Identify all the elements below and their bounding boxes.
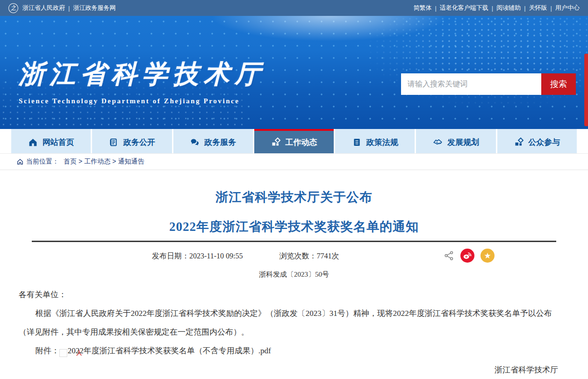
nav-item-label: 政务服务 — [204, 137, 236, 148]
views-label: 浏览次数： — [280, 252, 317, 260]
shapes-icon — [271, 137, 280, 147]
nav-item-label: 网站首页 — [43, 137, 74, 148]
site-title: 浙江省科学技术厅 — [19, 57, 265, 92]
nav-item-网站首页[interactable]: 网站首页 — [11, 129, 91, 153]
edge-floating-widget[interactable] — [584, 54, 588, 126]
news-icon — [109, 137, 119, 147]
attachment-label: 附件： — [36, 346, 59, 355]
salutation: 各有关单位： — [19, 286, 557, 304]
topbar-link[interactable]: 简繁体 — [413, 4, 431, 12]
doc-icon — [352, 137, 362, 147]
home-icon — [17, 158, 23, 165]
topbar-link[interactable]: 用户中心 — [555, 4, 580, 12]
signature-block: 浙江省科学技术厅 2023年11月8日 — [0, 362, 558, 379]
article-paragraph: 根据《浙江省人民政府关于2022年度浙江省科学技术奖励的决定》（浙政发〔2023… — [19, 304, 557, 342]
share-bar: ★ — [444, 249, 495, 263]
pdf-icon: 人 — [59, 349, 67, 357]
shapes-icon — [514, 137, 523, 147]
topbar-right-links: 简繁体|适老化客户端下载|阅读辅助|关怀版|用户中心 — [413, 4, 580, 12]
article-body: 各有关单位： 根据《浙江省人民政府关于2022年度浙江省科学技术奖励的决定》（浙… — [19, 286, 557, 360]
nav-item-发展规划[interactable]: 发展规划 — [416, 129, 495, 153]
views-value: 7741次 — [317, 252, 339, 260]
breadcrumb-items: 首页>工作动态>通知通告 — [64, 157, 144, 166]
nav-item-政务服务[interactable]: 政务服务 — [173, 129, 253, 153]
article-meta: 发布日期：2023-11-10 09:55浏览次数：7741次 ★ — [0, 247, 588, 267]
topbar-link[interactable]: 浙江政务服务网 — [73, 4, 115, 12]
separator: | — [551, 5, 552, 12]
breadcrumb-prefix: 当前位置： — [26, 157, 59, 166]
document-number: 浙科发成〔2023〕50号 — [0, 270, 588, 279]
government-logo-icon: 之 — [8, 2, 19, 14]
attachment-line: 附件：人2022年度浙江省科学技术奖获奖名单（不含专用成果）.pdf — [19, 342, 557, 360]
breadcrumb-item[interactable]: 通知通告 — [118, 157, 144, 165]
topbar-left-links: 浙江省人民政府|浙江政务服务网 — [22, 4, 115, 12]
chat-icon — [190, 137, 200, 147]
separator: | — [524, 5, 525, 12]
breadcrumb-separator: > — [79, 157, 82, 165]
nav-item-工作动态[interactable]: 工作动态 — [254, 129, 334, 153]
article: 浙江省科学技术厅关于公布 2022年度浙江省科学技术奖获奖名单的通知 发布日期：… — [0, 189, 588, 379]
article-title-line2: 2022年度浙江省科学技术奖获奖名单的通知 — [0, 218, 588, 235]
site-search: 搜索 — [401, 73, 576, 95]
site-banner: 浙江省科学技术厅 Science Technology Department o… — [0, 16, 588, 129]
topbar-link[interactable]: 适老化客户端下载 — [440, 4, 488, 12]
search-button[interactable]: 搜索 — [541, 73, 576, 95]
breadcrumb-item[interactable]: 首页 — [64, 157, 77, 165]
nav-item-label: 政务公开 — [123, 137, 155, 148]
meta-text: 发布日期：2023-11-10 09:55浏览次数：7741次 — [152, 251, 339, 261]
nav-item-label: 政策法规 — [366, 137, 398, 148]
nav-item-label: 发展规划 — [447, 137, 479, 148]
signer-name: 浙江省科学技术厅 — [0, 362, 558, 378]
separator: | — [492, 5, 493, 12]
weibo-icon[interactable] — [460, 249, 474, 263]
search-input[interactable] — [401, 73, 541, 95]
share-icon[interactable] — [444, 250, 454, 261]
separator: | — [68, 5, 70, 12]
handshake-icon — [433, 137, 443, 147]
breadcrumb: 当前位置： 首页>工作动态>通知通告 — [0, 153, 588, 170]
separator: | — [435, 5, 436, 12]
attachment-link[interactable]: 2022年度浙江省科学技术奖获奖名单（不含专用成果）.pdf — [68, 346, 271, 355]
publish-date-value: 2023-11-10 09:55 — [189, 252, 243, 260]
nav-item-政策法规[interactable]: 政策法规 — [335, 129, 415, 153]
nav-item-政务公开[interactable]: 政务公开 — [92, 129, 172, 153]
nav-item-公众参与[interactable]: 公众参与 — [497, 129, 577, 153]
article-title-line1: 浙江省科学技术厅关于公布 — [0, 189, 588, 206]
site-subtitle: Science Technology Department of Zhejian… — [19, 97, 240, 105]
nav-item-label: 工作动态 — [285, 137, 317, 148]
home-icon — [28, 137, 38, 147]
breadcrumb-separator: > — [112, 157, 116, 165]
topbar-link[interactable]: 阅读辅助 — [496, 4, 521, 12]
top-utility-bar: 之 浙江省人民政府|浙江政务服务网 简繁体|适老化客户端下载|阅读辅助|关怀版|… — [0, 0, 588, 16]
publish-date-label: 发布日期： — [152, 252, 189, 260]
main-navigation: 网站首页 政务公开 政务服务 工作动态 政策法规 发展规划 公众参与 — [0, 129, 588, 153]
topbar-link[interactable]: 关怀版 — [529, 4, 547, 12]
title-divider — [32, 241, 556, 242]
nav-item-label: 公众参与 — [528, 137, 560, 148]
topbar-left: 之 浙江省人民政府|浙江政务服务网 — [8, 3, 115, 13]
qzone-icon[interactable]: ★ — [480, 249, 495, 263]
breadcrumb-item[interactable]: 工作动态 — [84, 157, 110, 165]
topbar-link[interactable]: 浙江省人民政府 — [22, 4, 65, 12]
map-dots-decoration — [289, 16, 588, 129]
